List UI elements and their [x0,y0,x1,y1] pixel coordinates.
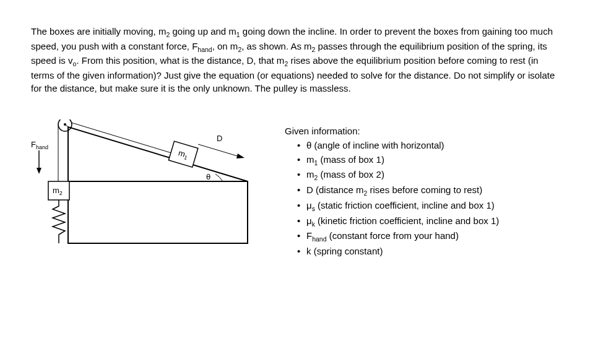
list-item: Fhand (constant force from your hand) [297,229,562,245]
list-item: m2 (mass of box 2) [297,168,562,183]
d-arrow-head [236,154,245,158]
fhand-arrow-head [37,168,41,174]
given-information: Given information: θ (angle of incline w… [285,119,562,280]
list-item: k (spring constant) [297,245,562,259]
list-item: μk (kinetic friction coefficient, inclin… [297,214,562,230]
list-item: μs (static friction coefficient, incline… [297,199,562,214]
rope-to-m1 [71,123,173,154]
given-title: Given information: [285,126,562,136]
content-area: m1 m2 Fhand D θ Given information: [31,119,562,280]
given-list: θ (angle of incline with horizontal) m1 … [285,139,562,259]
base-block [68,181,248,243]
theta-label: θ [206,172,210,181]
pulley-mount [65,124,68,127]
list-item: θ (angle of incline with horizontal) [297,139,562,153]
fhand-label: Fhand [31,140,48,150]
theta-arc [215,174,223,181]
list-item: m1 (mass of box 1) [297,153,562,168]
physics-diagram: m1 m2 Fhand D θ [31,119,266,280]
box-m1: m1 [168,141,197,167]
diagram-svg: m1 m2 Fhand D θ [31,119,266,280]
problem-statement: The boxes are initially moving, m2 going… [31,25,562,95]
d-label: D [217,134,222,143]
d-arrow-line [198,144,241,157]
list-item: D (distance m2 rises before coming to re… [297,183,562,199]
spring-icon [53,200,65,243]
